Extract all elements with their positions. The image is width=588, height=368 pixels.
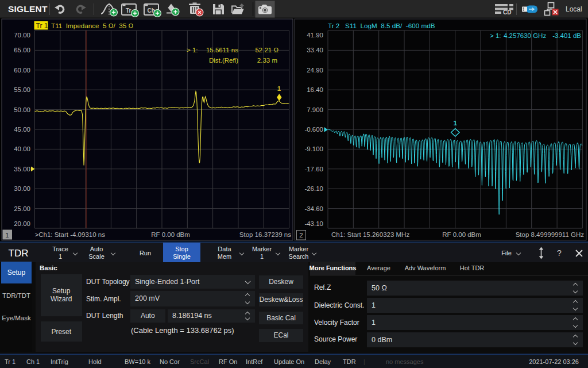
svg-text:Ch1: Start 15.260323 MHz: Ch1: Start 15.260323 MHz xyxy=(331,231,409,238)
svg-text:1: 1 xyxy=(5,232,9,239)
svg-text:> 1:: > 1: xyxy=(490,32,501,39)
svg-text:-43.10: -43.10 xyxy=(304,220,323,227)
svg-text:41.90: 41.90 xyxy=(307,32,323,39)
svg-text:50.00: 50.00 xyxy=(14,106,30,113)
svg-text:Stop 16.37239 ns: Stop 16.37239 ns xyxy=(239,231,291,238)
svg-text:> 1:: > 1: xyxy=(187,47,198,53)
svg-text:65.00: 65.00 xyxy=(14,47,30,53)
svg-text:Tr 2 S11 LogM 8.5 dB/ -60: Tr 2 S11 LogM 8.5 dB/ -600 mdB xyxy=(328,22,435,29)
svg-text:Dist.(Refl): Dist.(Refl) xyxy=(209,57,238,64)
svg-text:-26.10: -26.10 xyxy=(304,185,323,192)
svg-text:-34.60: -34.60 xyxy=(304,205,323,212)
svg-text:7.900: 7.900 xyxy=(307,106,323,113)
svg-text:40.00: 40.00 xyxy=(14,145,30,152)
svg-text:20.00: 20.00 xyxy=(14,220,30,227)
svg-text:RF 0.00 dBm: RF 0.00 dBm xyxy=(442,231,481,238)
svg-text:Local: Local xyxy=(566,5,582,13)
svg-text:1: 1 xyxy=(277,85,281,92)
svg-text:Tr 1: Tr 1 xyxy=(36,22,48,30)
svg-text:RF 0.00 dBm: RF 0.00 dBm xyxy=(151,231,190,238)
svg-text:45.00: 45.00 xyxy=(14,126,30,133)
svg-text:30.00: 30.00 xyxy=(14,185,30,192)
svg-text:70.00: 70.00 xyxy=(14,32,30,39)
svg-text:55.00: 55.00 xyxy=(14,86,30,93)
svg-text:35.00: 35.00 xyxy=(14,166,30,172)
svg-text:-17.60: -17.60 xyxy=(304,166,323,172)
svg-text:-9.100: -9.100 xyxy=(304,145,323,152)
svg-text:15.5611 ns: 15.5611 ns xyxy=(206,47,238,53)
svg-text:Stop 8.499999911 GHz: Stop 8.499999911 GHz xyxy=(516,231,585,238)
svg-text:16.40: 16.40 xyxy=(307,86,323,93)
svg-text:33.40: 33.40 xyxy=(307,47,323,53)
svg-text:CD: CD xyxy=(503,9,511,16)
svg-text:T11 Impedance 5 Ω/ 35 Ω: T11 Impedance 5 Ω/ 35 Ω xyxy=(51,22,134,29)
svg-text:25.00: 25.00 xyxy=(14,205,30,212)
svg-text:>Ch1: Start -4.09310 ns: >Ch1: Start -4.09310 ns xyxy=(35,231,106,238)
svg-text:SIGLENT: SIGLENT xyxy=(8,4,48,14)
svg-text:2: 2 xyxy=(299,232,303,239)
svg-text:24.90: 24.90 xyxy=(307,67,323,74)
svg-text:Tr: Tr xyxy=(126,7,131,14)
svg-text:1: 1 xyxy=(454,120,458,126)
svg-text:52.21 Ω: 52.21 Ω xyxy=(255,47,278,53)
svg-text:2.33 m: 2.33 m xyxy=(257,57,277,64)
svg-text:4.257630 GHz: 4.257630 GHz xyxy=(504,32,546,39)
svg-text:-0.600: -0.600 xyxy=(304,126,323,133)
svg-text:60.00: 60.00 xyxy=(14,67,30,74)
svg-text:-3.401 dB: -3.401 dB xyxy=(552,32,581,39)
